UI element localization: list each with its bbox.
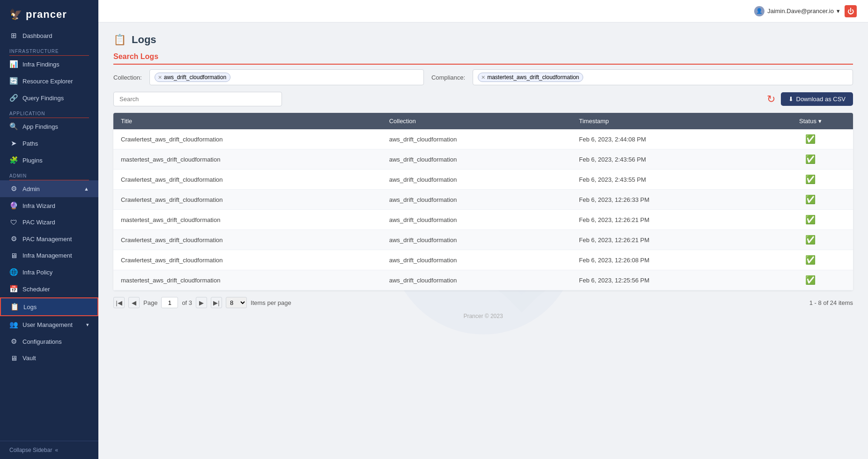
page-number-input[interactable] [161,297,178,308]
cell-collection: aws_drift_cloudformation [382,190,571,210]
collapse-label: Collapse Sidebar [9,447,52,453]
main-content: 👤 Jaimin.Dave@prancer.io ▾ ⏻ 📋 Logs Sear… [98,0,868,459]
table-row[interactable]: Crawlertest_aws_drift_cloudformation aws… [113,129,853,149]
compliance-filter-input[interactable]: ✕ mastertest_aws_drift_cloudformation [473,69,853,85]
sidebar-item-label: Query Findings [22,95,64,102]
cell-title: mastertest_aws_drift_cloudformation [113,210,382,230]
refresh-button[interactable]: ↻ [767,93,775,105]
sidebar-item-pac-wizard[interactable]: 🛡 PAC Wizard [0,214,98,230]
per-page-select[interactable]: 8 10 20 50 [226,297,247,308]
sidebar-item-resource-explorer[interactable]: 🔄 Resource Explorer [0,73,98,89]
cell-collection: aws_drift_cloudformation [382,230,571,250]
cell-title: Crawlertest_aws_drift_cloudformation [113,250,382,270]
admin-chevron-icon: ▲ [84,186,89,192]
compliance-label: Compliance: [431,74,465,81]
last-page-button[interactable]: ▶| [211,297,222,308]
sidebar-item-label: Vault [22,355,36,362]
sidebar-item-infra-policy[interactable]: 🌐 Infra Policy [0,264,98,281]
cell-timestamp: Feb 6, 2023, 12:25:56 PM [571,270,768,290]
configurations-icon: ⚙ [9,337,18,346]
plugins-icon: 🧩 [9,156,18,164]
sidebar-item-dashboard[interactable]: ⊞ Dashboard [0,27,98,44]
logs-table: Title Collection Timestamp Status ▾ Craw… [113,113,853,290]
col-timestamp: Timestamp [571,113,768,129]
cell-collection: aws_drift_cloudformation [382,210,571,230]
topbar-chevron-icon: ▾ [837,7,840,15]
cell-title: mastertest_aws_drift_cloudformation [113,149,382,170]
sidebar-item-paths[interactable]: ➤ Paths [0,135,98,152]
sidebar-item-vault[interactable]: 🖥 Vault [0,350,98,366]
power-button[interactable]: ⏻ [845,5,857,17]
table-row[interactable]: mastertest_aws_drift_cloudformation aws_… [113,210,853,230]
sidebar-item-infra-wizard[interactable]: 🔮 Infra Wizard [0,197,98,214]
sidebar-item-query-findings[interactable]: 🔗 Query Findings [0,89,98,106]
user-management-chevron-icon: ▾ [86,322,89,328]
cell-title: Crawlertest_aws_drift_cloudformation [113,190,382,210]
table-row[interactable]: Crawlertest_aws_drift_cloudformation aws… [113,170,853,190]
col-collection: Collection [382,113,571,129]
admin-icon: ⚙ [9,185,18,193]
of-label: of 3 [182,299,192,306]
table-row[interactable]: Crawlertest_aws_drift_cloudformation aws… [113,250,853,270]
sidebar-item-logs[interactable]: 📋 Logs [0,297,98,316]
sidebar-item-infra-findings[interactable]: 📊 Infra Findings [0,56,98,73]
sidebar-item-admin[interactable]: ⚙ Admin ▲ [0,180,98,197]
table-row[interactable]: mastertest_aws_drift_cloudformation aws_… [113,149,853,170]
sidebar-item-configurations[interactable]: ⚙ Configurations [0,333,98,350]
cell-title: mastertest_aws_drift_cloudformation [113,270,382,290]
section-label-infra: Infrastructure [0,44,98,56]
sidebar-item-infra-management[interactable]: 🖥 Infra Management [0,247,98,264]
sidebar-item-label: User Management [22,321,73,328]
infra-policy-icon: 🌐 [9,268,18,276]
cell-timestamp: Feb 6, 2023, 12:26:21 PM [571,230,768,250]
sidebar-item-plugins[interactable]: 🧩 Plugins [0,152,98,169]
collection-filter-input[interactable]: ✕ aws_drift_cloudformation [149,69,424,85]
table-header-row: Title Collection Timestamp Status ▾ [113,113,853,129]
sidebar-item-label: PAC Management [22,236,72,243]
status-ok-icon: ✅ [805,215,816,224]
paths-icon: ➤ [9,139,18,148]
compliance-tag-x[interactable]: ✕ [481,74,485,81]
col-status[interactable]: Status ▾ [768,113,853,129]
sidebar-item-label: Infra Management [22,252,72,259]
resource-explorer-icon: 🔄 [9,77,18,85]
sidebar-item-label: Configurations [22,338,62,345]
status-ok-icon: ✅ [805,175,816,184]
section-label-admin: Admin [0,169,98,180]
cell-collection: aws_drift_cloudformation [382,270,571,290]
cell-status: ✅ [768,129,853,149]
prev-page-button[interactable]: ◀ [128,297,140,308]
collection-label: Collection: [113,74,142,81]
collection-tag-x[interactable]: ✕ [158,74,162,81]
topbar-user[interactable]: 👤 Jaimin.Dave@prancer.io ▾ [754,6,840,16]
download-csv-button[interactable]: ⬇ Download as CSV [781,92,853,106]
avatar: 👤 [754,6,764,16]
page-label: Page [143,299,157,306]
first-page-button[interactable]: |◀ [113,297,125,308]
status-ok-icon: ✅ [805,235,816,244]
logo-icon: 🦅 [9,8,22,21]
sidebar-item-label: Paths [22,140,38,147]
table-row[interactable]: mastertest_aws_drift_cloudformation aws_… [113,270,853,290]
table-row[interactable]: Crawlertest_aws_drift_cloudformation aws… [113,190,853,210]
sidebar-item-label: Admin [22,185,40,192]
sidebar-item-scheduler[interactable]: 📅 Scheduler [0,281,98,297]
pac-wizard-icon: 🛡 [9,218,18,226]
collection-tag[interactable]: ✕ aws_drift_cloudformation [155,73,230,82]
dashboard-icon: ⊞ [9,31,18,40]
filter-row: Collection: ✕ aws_drift_cloudformation C… [113,69,853,85]
search-input[interactable] [113,92,282,106]
sidebar-item-app-findings[interactable]: 🔍 App Findings [0,118,98,135]
infra-findings-icon: 📊 [9,60,18,68]
download-icon: ⬇ [788,96,794,103]
compliance-tag[interactable]: ✕ mastertest_aws_drift_cloudformation [478,73,583,82]
sidebar-item-user-management[interactable]: 👥 User Management ▾ [0,316,98,333]
sidebar-item-pac-management[interactable]: ⚙ PAC Management [0,230,98,247]
pac-management-icon: ⚙ [9,235,18,243]
table-row[interactable]: Crawlertest_aws_drift_cloudformation aws… [113,230,853,250]
user-management-icon: 👥 [9,320,18,329]
collapse-sidebar-button[interactable]: Collapse Sidebar « [0,441,98,459]
next-page-button[interactable]: ▶ [196,297,207,308]
pagination-row: |◀ ◀ Page of 3 ▶ ▶| 8 10 20 50 Items per… [113,297,853,308]
sidebar: 🦅 prancer ⊞ Dashboard Infrastructure 📊 I… [0,0,98,459]
